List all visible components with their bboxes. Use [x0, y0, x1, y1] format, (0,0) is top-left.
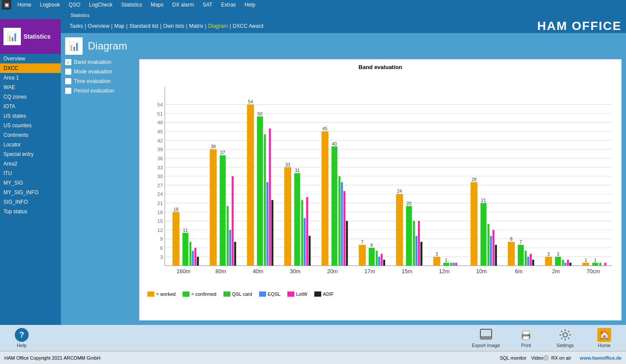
menu-maps[interactable]: Maps — [147, 1, 168, 9]
svg-rect-53 — [229, 230, 231, 265]
svg-text:45: 45 — [157, 129, 163, 134]
sidebar-item-usstates[interactable]: US states — [0, 111, 61, 121]
menu-sat[interactable]: SAT — [198, 1, 216, 9]
page-header: 📊 Diagram — [65, 37, 622, 55]
subnav-map[interactable]: Map — [113, 23, 126, 29]
svg-rect-107 — [453, 263, 455, 266]
subnav-diagram[interactable]: Diagram — [206, 23, 230, 29]
subnav-dxccaward[interactable]: DXCC Award — [231, 23, 265, 29]
svg-rect-119 — [508, 242, 515, 266]
legend-lotw-swatch — [287, 291, 294, 297]
toolbar-settings[interactable]: Settings — [552, 328, 578, 348]
eval-mode-checkbox[interactable] — [65, 69, 71, 75]
diagram-body: Band evaluation Mode evaluation Time eva… — [65, 59, 622, 321]
svg-rect-46 — [197, 257, 199, 266]
svg-text:1: 1 — [594, 258, 596, 263]
svg-text:10m: 10m — [476, 268, 486, 275]
toolbar-export[interactable]: Export image — [472, 328, 500, 348]
eval-period[interactable]: Period evaluation — [65, 88, 135, 94]
svg-rect-80 — [341, 182, 343, 265]
sidebar-item-cqzones[interactable]: CQ zones — [0, 92, 61, 102]
eval-period-checkbox[interactable] — [65, 88, 71, 94]
sidebar-item-continents[interactable]: Continents — [0, 130, 61, 140]
export-icon — [479, 328, 493, 342]
svg-text:6: 6 — [160, 245, 163, 251]
svg-rect-123 — [525, 251, 527, 265]
svg-rect-106 — [450, 263, 453, 266]
svg-rect-88 — [376, 251, 378, 265]
eval-time[interactable]: Time evaluation — [65, 78, 135, 84]
status-mid: SQL monitor Video — [500, 355, 543, 361]
svg-text:15: 15 — [157, 218, 163, 224]
subnav-ownlists[interactable]: Own lists — [161, 23, 186, 29]
subnav-tasks[interactable]: Tasks — [68, 23, 85, 29]
sidebar-item-mysiginfo[interactable]: MY_SIG_INFO — [0, 188, 61, 197]
eval-band-checkbox[interactable] — [65, 59, 71, 65]
svg-text:21: 21 — [481, 198, 486, 203]
subnav-standardlist[interactable]: Standard list — [127, 23, 160, 29]
svg-text:27: 27 — [157, 183, 163, 188]
menu-qso[interactable]: QSO — [64, 1, 85, 9]
svg-text:51: 51 — [157, 111, 163, 116]
menu-help[interactable]: Help — [240, 1, 260, 9]
sidebar-item-area2[interactable]: Area2 — [0, 159, 61, 169]
svg-rect-135 — [569, 263, 572, 266]
sidebar-item-area1[interactable]: Area 1 — [0, 73, 61, 83]
toolbar-print[interactable]: Print — [513, 328, 539, 348]
help-label: Help — [17, 343, 27, 348]
status-sqlmonitor[interactable]: SQL monitor — [500, 355, 526, 361]
sidebar-item-topstatus[interactable]: Top status — [0, 207, 61, 216]
eval-mode-label: Mode evaluation — [74, 69, 112, 75]
svg-rect-70 — [301, 200, 303, 266]
legend-qslcard: QSL card — [223, 291, 252, 297]
eval-period-label: Period evaluation — [74, 88, 114, 94]
legend-confirmed: = confirmed — [183, 291, 216, 297]
sidebar-title: Statistics — [23, 33, 50, 40]
sidebar-item-uscounties[interactable]: US counties — [0, 121, 61, 130]
menu-extras[interactable]: Extras — [217, 1, 240, 9]
sidebar-item-overview[interactable]: Overview — [0, 54, 61, 63]
svg-rect-55 — [234, 242, 236, 266]
eval-band[interactable]: Band evaluation — [65, 59, 135, 65]
menu-logcheck[interactable]: LogCheck — [85, 1, 117, 9]
subnav-overview[interactable]: Overview — [86, 23, 111, 29]
eval-time-label: Time evaluation — [74, 78, 110, 84]
subnav-matrix[interactable]: Matrix — [187, 23, 205, 29]
svg-text:30m: 30m — [290, 268, 300, 275]
sidebar-item-siginfo[interactable]: SIG_INFO — [0, 197, 61, 207]
sidebar-item-wae[interactable]: WAE — [0, 83, 61, 92]
menu-logbook[interactable]: Logbook — [36, 1, 64, 9]
svg-rect-81 — [343, 191, 346, 266]
svg-rect-145 — [480, 336, 492, 340]
svg-rect-124 — [527, 257, 529, 266]
svg-rect-115 — [490, 236, 492, 266]
status-video[interactable]: Video — [531, 355, 543, 361]
sidebar-item-mysig[interactable]: MY_SIG — [0, 178, 61, 188]
toolbar-home[interactable]: 🏠 Home — [591, 328, 617, 348]
svg-rect-144 — [482, 331, 490, 336]
sidebar-item-dxcc[interactable]: DXCC — [0, 63, 61, 73]
eval-band-label: Band evaluation — [74, 59, 111, 65]
sidebar-item-specialentry[interactable]: Special entry — [0, 149, 61, 159]
menu-dxalarm[interactable]: DX alarm — [168, 1, 198, 9]
sidebar-item-itu[interactable]: ITU — [0, 169, 61, 178]
svg-rect-99 — [418, 221, 420, 266]
svg-text:1: 1 — [445, 258, 448, 263]
svg-rect-84 — [359, 245, 366, 266]
toolbar-help[interactable]: ? Help — [9, 328, 35, 348]
svg-rect-114 — [487, 224, 489, 265]
svg-rect-137 — [582, 263, 589, 266]
status-website[interactable]: www.hamoffice.de — [580, 355, 622, 361]
sidebar-item-iota[interactable]: IOTA — [0, 102, 61, 111]
svg-rect-117 — [495, 245, 497, 266]
menu-home[interactable]: Home — [13, 1, 36, 9]
sidebar-item-locator[interactable]: Locator — [0, 140, 61, 149]
menu-statistics[interactable]: Statistics — [117, 1, 147, 9]
app-logo: ▣ — [2, 0, 11, 10]
eval-mode[interactable]: Mode evaluation — [65, 69, 135, 75]
svg-rect-128 — [545, 257, 552, 266]
tab-statistics[interactable]: Statistics — [65, 11, 95, 19]
svg-point-150 — [563, 333, 567, 337]
svg-rect-64 — [271, 200, 273, 266]
eval-time-checkbox[interactable] — [65, 78, 71, 84]
